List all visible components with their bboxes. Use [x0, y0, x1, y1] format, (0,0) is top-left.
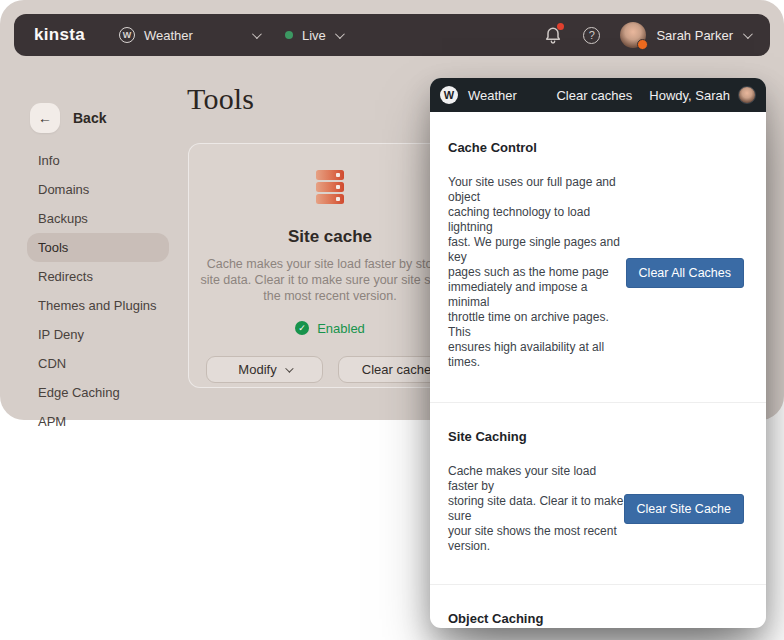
chevron-down-icon: [285, 364, 293, 372]
kinsta-top-nav: kinsta W Weather Live ? Sarah Parker: [14, 14, 770, 56]
card-button-row: Modify Clear cache: [206, 356, 455, 383]
sidebar-item-ip-deny[interactable]: IP Deny: [27, 320, 169, 349]
environment-switcher-dropdown[interactable]: Live: [285, 28, 342, 43]
sidebar-item-tools[interactable]: Tools: [27, 233, 169, 262]
wp-admin-cache-panel: W Weather Clear caches Howdy, Sarah Cach…: [430, 78, 766, 628]
section-object-caching: Object Caching The WordPress Object Cach…: [430, 584, 766, 628]
environment-label: Live: [302, 28, 326, 43]
wp-howdy-label: Howdy, Sarah: [649, 88, 730, 103]
sidebar-item-redirects[interactable]: Redirects: [27, 262, 169, 291]
section-title: Object Caching: [448, 611, 744, 626]
user-name: Sarah Parker: [656, 28, 733, 43]
site-sidebar-menu: Info Domains Backups Tools Redirects The…: [27, 146, 169, 436]
card-description: Cache makes your site load faster by sto…: [189, 256, 471, 304]
clear-cache-button-label: Clear cache: [362, 362, 431, 377]
back-row: ← Back: [30, 103, 106, 133]
back-button[interactable]: ←: [30, 103, 60, 133]
site-switcher-label: Weather: [144, 28, 193, 43]
section-title: Cache Control: [448, 140, 744, 155]
wp-avatar: [738, 86, 756, 104]
wp-admin-bar: W Weather Clear caches Howdy, Sarah: [430, 78, 766, 112]
top-nav-right-group: ? Sarah Parker: [543, 22, 750, 48]
sidebar-item-info[interactable]: Info: [27, 146, 169, 175]
cache-status: ✓ Enabled: [189, 321, 471, 336]
wordpress-logo-icon[interactable]: W: [440, 86, 458, 104]
sidebar-item-themes-and-plugins[interactable]: Themes and Plugins: [27, 291, 169, 320]
avatar: [620, 22, 646, 48]
notifications-button[interactable]: [543, 25, 563, 45]
back-label: Back: [73, 110, 106, 126]
kinsta-logo: kinsta: [34, 25, 85, 45]
sidebar-item-domains[interactable]: Domains: [27, 175, 169, 204]
section-cache-control: Cache Control Your site uses our full pa…: [430, 112, 766, 402]
modify-button-label: Modify: [238, 362, 276, 377]
user-menu-dropdown[interactable]: Sarah Parker: [620, 22, 750, 48]
avatar-badge-icon: [637, 39, 648, 50]
wp-panel-body: Cache Control Your site uses our full pa…: [430, 112, 766, 628]
sidebar-item-edge-caching[interactable]: Edge Caching: [27, 378, 169, 407]
section-body-text: Cache makes your site load faster by sto…: [448, 464, 624, 554]
chevron-down-icon: [252, 29, 262, 39]
clear-all-caches-button[interactable]: Clear All Caches: [626, 258, 744, 288]
section-title: Site Caching: [448, 429, 744, 444]
sidebar-item-cdn[interactable]: CDN: [27, 349, 169, 378]
wordpress-icon: W: [119, 27, 135, 43]
wp-site-name[interactable]: Weather: [468, 88, 517, 103]
modify-button[interactable]: Modify: [206, 356, 323, 383]
sidebar-item-apm[interactable]: APM: [27, 407, 169, 436]
status-label: Enabled: [317, 321, 365, 336]
card-title: Site cache: [189, 227, 471, 247]
wp-admin-bar-right: Clear caches Howdy, Sarah: [556, 86, 756, 104]
site-switcher-dropdown[interactable]: W Weather: [119, 27, 259, 43]
page-title: Tools: [187, 82, 254, 116]
cache-server-icon: [316, 170, 344, 204]
wp-clear-caches-link[interactable]: Clear caches: [556, 88, 632, 103]
check-circle-icon: ✓: [295, 321, 309, 335]
wp-user-menu[interactable]: Howdy, Sarah: [649, 86, 756, 104]
sidebar-item-backups[interactable]: Backups: [27, 204, 169, 233]
chevron-down-icon: [335, 29, 345, 39]
clear-site-cache-button[interactable]: Clear Site Cache: [624, 494, 745, 524]
live-status-dot: [285, 31, 293, 39]
section-site-caching: Site Caching Cache makes your site load …: [430, 402, 766, 584]
section-body-text: Your site uses our full page and object …: [448, 175, 626, 370]
help-button[interactable]: ?: [583, 27, 600, 44]
chevron-down-icon: [743, 29, 753, 39]
back-arrow-icon: ←: [38, 110, 52, 126]
